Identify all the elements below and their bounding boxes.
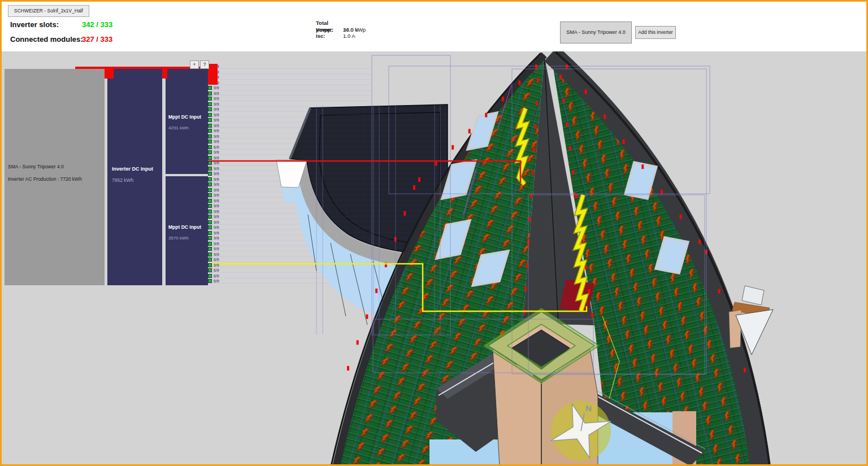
string-row[interactable]: 9/9 [208, 166, 219, 172]
string-row[interactable]: 9/9 [208, 188, 219, 193]
string-row[interactable]: 9/9 [208, 96, 219, 102]
string-label: 9/9 [214, 92, 219, 95]
string-row[interactable]: 9/9 [208, 220, 219, 225]
string-status-icon [208, 92, 212, 95]
compass-north-label: N [585, 403, 592, 413]
string-row[interactable]: 9/9 [208, 246, 219, 252]
string-row[interactable]: 9/9 [208, 85, 219, 91]
string-label: 9/9 [214, 129, 219, 133]
string-status-icon [208, 97, 212, 101]
string-label: 6/9 [214, 279, 219, 283]
inverter-dc-input-panel[interactable]: Inverter DC Input 7862 kWh [107, 69, 162, 285]
string-label: 9/9 [214, 118, 219, 122]
inverter-select-button[interactable]: SMA - Sunny Tripower 4.0 [560, 21, 632, 43]
string-label: 9/9 [214, 236, 219, 240]
string-row[interactable]: 9/9 [208, 128, 219, 134]
string-row[interactable]: 9/9 [208, 203, 219, 209]
string-row[interactable]: 9/9 [208, 182, 219, 188]
system-specs: Total power:10.0 kWp Vmpp:34.0 V Isc:1.0… [316, 20, 366, 40]
string-row[interactable]: 9/9 [208, 252, 219, 258]
string-row[interactable]: 9/9 [208, 230, 219, 236]
string-label: 9/9 [214, 182, 219, 186]
string-row[interactable]: 9/9 [208, 123, 219, 129]
inverter-panel[interactable]: SMA - Sunny Tripower 4.0 Inverter AC Pro… [5, 69, 105, 285]
string-status-icon [208, 156, 212, 160]
string-row[interactable]: 9/9 [208, 134, 219, 140]
pv-designer-window: N SCHWEIZER - Solrif_2x1V_Half Inverter … [0, 0, 868, 466]
string-label: 6/9 [214, 274, 219, 278]
mppt1-title: Mppt DC Input [168, 114, 201, 120]
string-row[interactable]: 9/9 [208, 193, 219, 198]
string-label: 9/9 [214, 252, 219, 256]
string-status-icon [208, 220, 212, 224]
string-status-icon [208, 258, 212, 262]
mppt2-title: Mppt DC Input [168, 224, 201, 230]
string-row[interactable]: 9/9 [208, 112, 219, 118]
string-row[interactable]: 9/9 [208, 177, 219, 182]
help-button[interactable]: ? [200, 60, 209, 69]
string-row[interactable]: 9/9 [208, 117, 219, 123]
string-label: 9/9 [214, 225, 219, 229]
string-status-icon [208, 118, 212, 122]
string-row[interactable]: 6/9 [208, 268, 219, 273]
string-status-icon [208, 140, 212, 143]
string-label: 9/9 [214, 193, 219, 197]
inverter-slots-value: 342 / 333 [82, 20, 112, 29]
mppt2-value: 3570 kWh [168, 236, 189, 241]
string-status-icon [208, 172, 212, 176]
tab-module-type[interactable]: SCHWEIZER - Solrif_2x1V_Half [8, 5, 89, 17]
mppt-panel-2[interactable]: Mppt DC Input 3570 kWh [166, 176, 208, 285]
string-row[interactable]: 9/9 [208, 225, 219, 230]
string-row[interactable]: 9/9 [208, 139, 219, 145]
mppt-panel-1[interactable]: Mppt DC Input 4291 kWh [166, 69, 208, 174]
string-status-icon [208, 204, 212, 208]
string-row[interactable]: 9/9 [208, 263, 219, 268]
dc-input-title: Inverter DC Input [112, 166, 153, 172]
string-label: 9/9 [214, 172, 219, 176]
string-row[interactable]: 9/9 [208, 107, 219, 112]
string-row[interactable]: 9/9 [208, 236, 219, 241]
string-row[interactable]: 6/9 [208, 145, 219, 150]
string-row[interactable]: 6/9 [208, 278, 219, 284]
string-status-icon [208, 215, 212, 219]
dc-input-value: 7862 kWh [112, 177, 133, 183]
string-label: 9/9 [214, 140, 219, 143]
string-status-icon [208, 199, 212, 203]
string-row[interactable]: 9/9 [208, 241, 219, 247]
string-row[interactable]: 9/9 [208, 150, 219, 155]
string-row[interactable]: 6/9 [208, 257, 219, 263]
strings-list: 9/9 9/9 9/9 9/9 9/9 9/9 9/9 [208, 64, 219, 284]
string-status-icon [208, 182, 212, 186]
string-label: 9/9 [214, 124, 219, 128]
string-label: 9/9 [214, 177, 219, 181]
string-label: 9/9 [214, 150, 219, 154]
string-status-icon [208, 274, 212, 278]
string-label: 9/9 [214, 161, 219, 165]
string-label: 9/9 [214, 156, 219, 160]
string-row[interactable]: 9/9 [208, 160, 219, 166]
string-status-icon [208, 193, 212, 197]
add-inverter-button[interactable]: Add this inverter [635, 26, 676, 39]
string-status-icon [208, 167, 212, 171]
string-label: 6/9 [214, 145, 219, 149]
string-row[interactable]: 9/9 [208, 209, 219, 215]
string-label: 9/9 [214, 210, 219, 214]
string-status-icon [208, 113, 212, 117]
string-row[interactable]: 9/9 [208, 155, 219, 161]
string-status-icon [208, 263, 212, 267]
string-row[interactable]: 9/9 [208, 171, 219, 177]
string-status-icon [208, 177, 212, 181]
zoom-button[interactable]: + [190, 60, 199, 69]
string-row[interactable]: 9/9 [208, 214, 219, 220]
connected-modules-label: Connected modules: [10, 35, 83, 43]
string-status-icon [208, 134, 212, 138]
string-row[interactable]: 9/9 [208, 198, 219, 204]
string-row[interactable]: 9/9 [208, 102, 219, 107]
string-label: 9/9 [214, 188, 219, 192]
string-row[interactable]: 9/9 [208, 91, 219, 97]
string-status-icon [208, 86, 212, 90]
string-label: 9/9 [214, 247, 219, 251]
string-row[interactable]: 6/9 [208, 273, 219, 279]
string-label: 6/9 [214, 268, 219, 272]
string-status-icon [208, 268, 212, 272]
